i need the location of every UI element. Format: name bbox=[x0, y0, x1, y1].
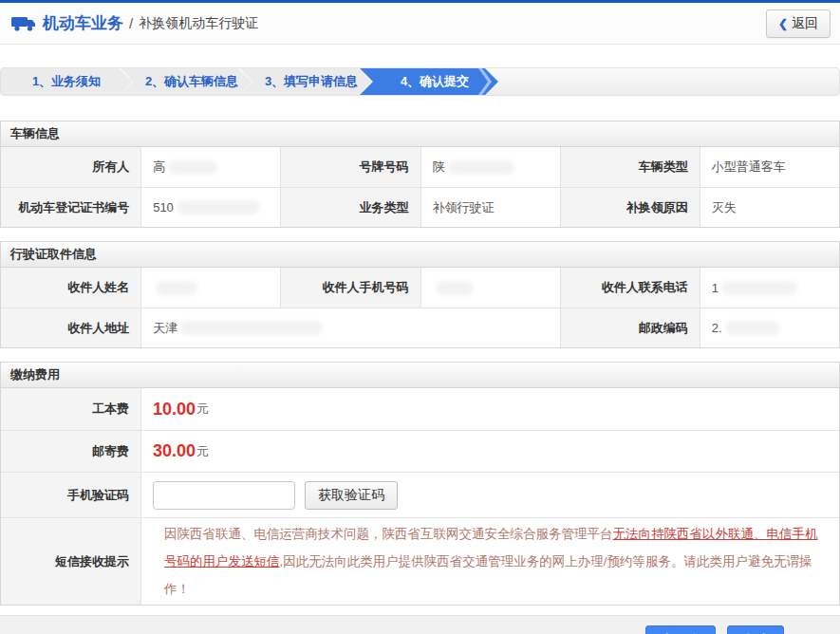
redacted-value bbox=[725, 321, 780, 335]
get-sms-code-button[interactable]: 获取验证码 bbox=[305, 481, 398, 510]
postage-fee-amount: 30.00 bbox=[153, 441, 196, 461]
back-button[interactable]: ❮ 返回 bbox=[766, 9, 831, 38]
recipient-address-value: 天津 bbox=[140, 308, 560, 347]
pickup-info-title: 行驶证取件信息 bbox=[1, 242, 839, 268]
step-2-confirm-vehicle[interactable]: 2、确认车辆信息 bbox=[121, 68, 252, 95]
vehicle-type-value: 小型普通客车 bbox=[700, 147, 839, 187]
redacted-value bbox=[448, 160, 514, 175]
sms-notice-label: 短信接收提示 bbox=[1, 517, 141, 605]
step-arrow-decoration bbox=[478, 68, 492, 95]
step-progress-bar: 1、业务须知 2、确认车辆信息 3、填写申请信息 4、确认提交 bbox=[0, 67, 840, 96]
breadcrumb-current: 补换领机动车行驶证 bbox=[139, 15, 258, 32]
business-type-value: 补领行驶证 bbox=[420, 187, 560, 227]
step-3-label: 3、填写申请信息 bbox=[265, 73, 358, 90]
chevron-left-icon: ❮ bbox=[778, 17, 788, 30]
fees-section: 缴纳费用 工本费 10.00 元 邮寄费 30.00 元 手机验证码 获取验证码… bbox=[0, 362, 840, 606]
step-4-confirm-submit[interactable]: 4、确认提交 bbox=[360, 68, 498, 95]
step-1-notice[interactable]: 1、业务须知 bbox=[1, 68, 132, 95]
footer-action-bar: 上一步 完成 bbox=[0, 615, 840, 634]
recipient-mobile-value bbox=[420, 268, 560, 308]
step-1-label: 1、业务须知 bbox=[32, 73, 101, 90]
vehicle-info-section: 车辆信息 所有人 高 号牌号码 陕 车辆类型 小型普通客车 机动车登记证书编号 … bbox=[0, 121, 840, 228]
finish-button[interactable]: 完成 bbox=[727, 625, 784, 634]
page-title: 机动车业务 bbox=[43, 12, 123, 34]
recipient-phone-label: 收件人联系电话 bbox=[560, 268, 700, 308]
registration-no-label: 机动车登记证书编号 bbox=[1, 187, 140, 227]
recipient-phone-value: 1 bbox=[700, 268, 839, 308]
step-4-label: 4、确认提交 bbox=[401, 73, 469, 90]
production-fee-unit: 元 bbox=[196, 401, 209, 418]
sms-notice-part1: 因陕西省联通、电信运营商技术问题，陕西省互联网交通安全综合服务管理平台 bbox=[164, 527, 613, 541]
recipient-mobile-label: 收件人手机号码 bbox=[280, 268, 420, 308]
fees-title: 缴纳费用 bbox=[1, 363, 839, 388]
production-fee-label: 工本费 bbox=[1, 388, 141, 430]
postage-fee-value: 30.00 元 bbox=[141, 430, 839, 472]
step-3-fill-application[interactable]: 3、填写申请信息 bbox=[240, 68, 371, 95]
postage-fee-label: 邮寄费 bbox=[1, 430, 141, 472]
redacted-value bbox=[177, 200, 260, 214]
postal-code-label: 邮政编码 bbox=[560, 308, 700, 347]
redacted-value bbox=[721, 281, 797, 295]
sms-code-input[interactable] bbox=[153, 481, 295, 510]
pickup-info-section: 行驶证取件信息 收件人姓名 收件人手机号码 收件人联系电话 1 收件人地址 天津… bbox=[0, 241, 840, 348]
registration-no-value: 510 bbox=[140, 187, 280, 227]
vehicle-info-title: 车辆信息 bbox=[1, 121, 839, 147]
owner-label: 所有人 bbox=[1, 147, 140, 187]
sms-notice-row: 因陕西省联通、电信运营商技术问题，陕西省互联网交通安全综合服务管理平台无法向持陕… bbox=[141, 517, 839, 605]
sms-code-row: 获取验证码 bbox=[141, 472, 839, 517]
plate-number-label: 号牌号码 bbox=[280, 147, 420, 187]
owner-value: 高 bbox=[140, 147, 280, 187]
vehicle-type-label: 车辆类型 bbox=[560, 147, 700, 187]
replace-reason-value: 灭失 bbox=[700, 187, 839, 227]
redacted-value bbox=[168, 160, 217, 175]
recipient-name-value bbox=[140, 268, 280, 308]
business-type-label: 业务类型 bbox=[280, 187, 420, 227]
breadcrumb-separator: / bbox=[129, 15, 133, 31]
replace-reason-label: 补换领原因 bbox=[560, 187, 700, 227]
sms-notice-text: 因陕西省联通、电信运营商技术问题，陕西省互联网交通安全综合服务管理平台无法向持陕… bbox=[153, 518, 839, 605]
page-header: 机动车业务 / 补换领机动车行驶证 ❮ 返回 bbox=[0, 3, 840, 45]
step-2-label: 2、确认车辆信息 bbox=[145, 73, 238, 90]
recipient-address-label: 收件人地址 bbox=[1, 308, 140, 347]
redacted-value bbox=[436, 281, 474, 295]
postage-fee-unit: 元 bbox=[196, 443, 209, 460]
plate-number-value: 陕 bbox=[420, 147, 560, 187]
postal-code-value: 2. bbox=[700, 308, 839, 347]
production-fee-amount: 10.00 bbox=[153, 400, 196, 420]
back-button-label: 返回 bbox=[792, 15, 818, 32]
truck-icon bbox=[11, 14, 36, 33]
recipient-name-label: 收件人姓名 bbox=[1, 268, 140, 308]
redacted-value bbox=[180, 321, 323, 335]
production-fee-value: 10.00 元 bbox=[141, 388, 839, 430]
sms-code-label: 手机验证码 bbox=[1, 472, 141, 517]
previous-step-button[interactable]: 上一步 bbox=[645, 625, 716, 634]
redacted-value bbox=[156, 281, 197, 295]
